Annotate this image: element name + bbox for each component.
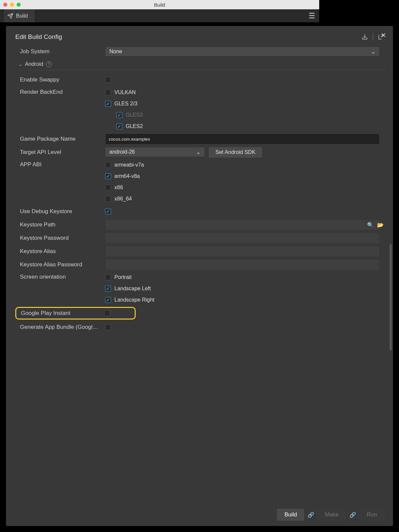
vulkan-option[interactable]: VULKAN: [105, 87, 319, 97]
armeabi-option[interactable]: armeabi-v7a: [105, 160, 319, 170]
keystore-path-input[interactable]: [105, 219, 319, 230]
label-google-play-instant: Google Play Instant: [20, 310, 104, 317]
row-screen-orientation: Screen orientation Portrait Landscape Le…: [19, 272, 319, 305]
row-keystore-password: Keystore Password: [19, 232, 319, 244]
row-target-api: Target API Level android-26 ⌄ Set Androi…: [19, 147, 319, 158]
row-keystore-alias-password: Keystore Alias Password: [19, 259, 319, 270]
gles3-option[interactable]: GLES3: [105, 110, 319, 120]
arm64-option[interactable]: arm64-v8a: [105, 171, 319, 181]
panel-header: Edit Build Config: [6, 26, 319, 45]
portrait-option[interactable]: Portrait: [105, 272, 319, 282]
row-package-name: Game Package Name: [19, 133, 319, 145]
label-keystore-alias: Keystore Alias: [19, 248, 105, 255]
chevron-down-icon: ⌄: [19, 62, 22, 67]
label-debug-keystore: Use Debug Keystore: [19, 208, 105, 215]
android-section-header[interactable]: ⌄ Android ?: [19, 59, 319, 70]
x86-label: x86: [114, 185, 123, 191]
gles2-option[interactable]: GLES2: [105, 121, 319, 131]
label-render-backend: Render BackEnd: [19, 87, 105, 95]
armeabi-checkbox[interactable]: [105, 162, 111, 168]
label-enable-swappy: Enable Swappy: [19, 76, 105, 83]
arm64-label: arm64-v8a: [114, 173, 140, 179]
target-api-select[interactable]: android-26 ⌄: [105, 147, 205, 157]
x86-64-option[interactable]: x86_64: [105, 194, 319, 204]
tab-build[interactable]: Build: [4, 9, 35, 22]
gles3-checkbox[interactable]: [116, 112, 122, 118]
android-section-label: Android: [25, 61, 43, 67]
label-keystore-alias-password: Keystore Alias Password: [19, 261, 105, 268]
app-bundle-checkbox[interactable]: [105, 324, 111, 330]
arm64-checkbox[interactable]: [105, 173, 111, 179]
row-render-backend: Render BackEnd VULKAN GLES 2/3 GLES3 GLE…: [19, 87, 319, 131]
keystore-alias-password-input[interactable]: [105, 259, 319, 270]
row-google-play-instant: Google Play Instant: [15, 307, 136, 320]
label-package-name: Game Package Name: [19, 136, 105, 142]
label-app-abi: APP ABI: [19, 160, 105, 168]
package-name-input[interactable]: [105, 133, 319, 145]
x86-64-label: x86_64: [114, 196, 132, 202]
tab-bar: Build ☰: [0, 9, 319, 23]
label-screen-orientation: Screen orientation: [19, 272, 105, 280]
x86-option[interactable]: x86: [105, 183, 319, 193]
target-api-value: android-26: [109, 149, 135, 155]
gles2-label: GLES2: [126, 123, 143, 129]
panel-content: Job System None ⌄ ⌄ Android ? Enable Swa…: [6, 45, 319, 426]
panel-title: Edit Build Config: [15, 33, 62, 41]
row-app-bundle: Generate App Bundle (Googl…: [19, 322, 319, 333]
row-enable-swappy: Enable Swappy: [19, 74, 319, 85]
gles23-checkbox[interactable]: [105, 101, 111, 107]
armeabi-label: armeabi-v7a: [114, 162, 144, 168]
vulkan-checkbox[interactable]: [105, 89, 111, 95]
landscape-right-checkbox[interactable]: [105, 297, 111, 303]
row-keystore-path: Keystore Path 🔍 📂: [19, 219, 319, 230]
row-debug-keystore: Use Debug Keystore: [19, 206, 319, 217]
portrait-label: Portrait: [114, 274, 132, 280]
x86-checkbox[interactable]: [105, 185, 111, 191]
help-icon[interactable]: ?: [46, 61, 52, 67]
label-job-system: Job System: [19, 48, 105, 55]
label-target-api: Target API Level: [19, 149, 105, 156]
send-icon: [7, 13, 13, 19]
chevron-down-icon: ⌄: [196, 149, 200, 155]
job-system-value: None: [109, 49, 122, 55]
titlebar: Build: [0, 0, 319, 9]
landscape-right-option[interactable]: Landscape Right: [105, 295, 319, 305]
gles3-label: GLES3: [126, 112, 143, 118]
label-keystore-password: Keystore Password: [19, 235, 105, 241]
maximize-window-icon[interactable]: [17, 3, 21, 7]
x86-64-checkbox[interactable]: [105, 196, 111, 202]
keystore-password-input[interactable]: [105, 232, 319, 244]
close-window-icon[interactable]: [3, 3, 7, 7]
window-title: Build: [154, 2, 165, 8]
keystore-alias-input[interactable]: [105, 246, 319, 257]
build-config-panel: ✕ Edit Build Config Job System None ⌄ ⌄ …: [6, 26, 319, 426]
window-controls: [3, 3, 21, 7]
gles23-label: GLES 2/3: [114, 101, 137, 107]
gles2-checkbox[interactable]: [116, 123, 122, 129]
minimize-window-icon[interactable]: [10, 3, 14, 7]
menu-icon[interactable]: ☰: [309, 12, 315, 20]
vulkan-label: VULKAN: [114, 89, 136, 95]
gles23-option[interactable]: GLES 2/3: [105, 99, 319, 109]
job-system-select[interactable]: None ⌄: [105, 47, 319, 57]
row-keystore-alias: Keystore Alias: [19, 246, 319, 257]
landscape-left-label: Landscape Left: [114, 286, 151, 292]
enable-swappy-checkbox[interactable]: [105, 77, 111, 83]
landscape-right-label: Landscape Right: [114, 297, 154, 303]
tab-label: Build: [16, 13, 28, 19]
row-app-abi: APP ABI armeabi-v7a arm64-v8a x86 x86_64: [19, 160, 319, 204]
portrait-checkbox[interactable]: [105, 274, 111, 280]
set-android-sdk-button[interactable]: Set Android SDK: [209, 147, 262, 158]
landscape-left-option[interactable]: Landscape Left: [105, 284, 319, 294]
row-job-system: Job System None ⌄: [19, 46, 319, 57]
landscape-left-checkbox[interactable]: [105, 286, 111, 292]
label-app-bundle: Generate App Bundle (Googl…: [19, 324, 105, 331]
google-play-instant-checkbox[interactable]: [104, 310, 110, 316]
label-keystore-path: Keystore Path: [19, 221, 105, 228]
debug-keystore-checkbox[interactable]: [105, 208, 111, 214]
